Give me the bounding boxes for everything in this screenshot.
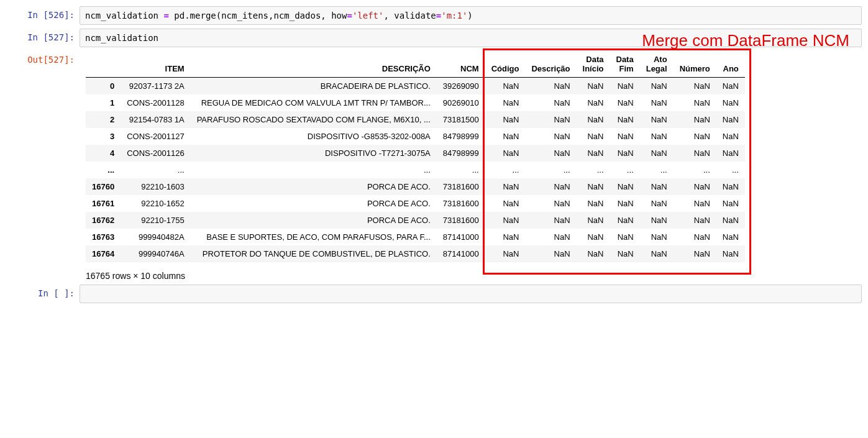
- row-index: 16763: [86, 229, 121, 245]
- cell: NaN: [525, 229, 576, 245]
- cell: NaN: [674, 245, 716, 262]
- cell: NaN: [716, 245, 745, 262]
- input-prompt-empty: In [ ]:: [6, 285, 80, 303]
- cell: NaN: [716, 212, 745, 229]
- code-token: =: [436, 11, 441, 21]
- cell: NaN: [640, 145, 674, 162]
- cell: NaN: [610, 94, 640, 111]
- cell: 92037-1173 2A: [121, 78, 191, 95]
- cell: ...: [674, 162, 716, 178]
- cell: NaN: [485, 128, 526, 145]
- code-token: 'left': [352, 11, 384, 21]
- cell: NaN: [485, 195, 526, 212]
- cell: NaN: [577, 229, 610, 245]
- cell: 92210-1652: [121, 195, 191, 212]
- cell: PROTETOR DO TANQUE DE COMBUSTIVEL, DE PL…: [191, 245, 437, 262]
- cell: NaN: [610, 212, 640, 229]
- col-header: DataFim: [610, 51, 640, 78]
- cell: NaN: [716, 128, 745, 145]
- cell: CONS-2001126: [121, 145, 191, 162]
- cell: NaN: [640, 178, 674, 195]
- cell: NaN: [640, 212, 674, 229]
- cell: 73181500: [437, 111, 485, 128]
- cell: 92210-1755: [121, 212, 191, 229]
- code-input-empty[interactable]: [80, 285, 862, 303]
- cell: NaN: [577, 145, 610, 162]
- cell: REGUA DE MEDICAO COM VALVULA 1MT TRN P/ …: [191, 94, 437, 111]
- cell: NaN: [674, 145, 716, 162]
- cell: NaN: [716, 195, 745, 212]
- cell: PORCA DE ACO.: [191, 212, 437, 229]
- cell: PORCA DE ACO.: [191, 178, 437, 195]
- cell: ...: [191, 162, 437, 178]
- cell: NaN: [610, 245, 640, 262]
- cell: 999940746A: [121, 245, 191, 262]
- cell: NaN: [485, 229, 526, 245]
- cell: NaN: [485, 245, 526, 262]
- col-header: AtoLegal: [640, 51, 674, 78]
- cell: NaN: [485, 212, 526, 229]
- input-prompt-527: In [527]:: [6, 29, 80, 47]
- cell: NaN: [674, 195, 716, 212]
- cell: NaN: [577, 78, 610, 95]
- cell: NaN: [610, 128, 640, 145]
- cell: PARAFUSO ROSCADO SEXTAVADO COM FLANGE, M…: [191, 111, 437, 128]
- cell: NaN: [674, 212, 716, 229]
- cell: NaN: [577, 178, 610, 195]
- cell: NaN: [640, 229, 674, 245]
- cell: NaN: [716, 94, 745, 111]
- col-header: [86, 51, 121, 78]
- cell: NaN: [525, 195, 576, 212]
- cell: NaN: [525, 245, 576, 262]
- cell: NaN: [485, 94, 526, 111]
- cell: NaN: [525, 128, 576, 145]
- cell: NaN: [525, 94, 576, 111]
- cell: NaN: [610, 78, 640, 95]
- cell: ...: [640, 162, 674, 178]
- cell: NaN: [640, 78, 674, 95]
- cell: NaN: [485, 78, 526, 95]
- row-index: 2: [86, 111, 121, 128]
- cell: NaN: [610, 195, 640, 212]
- table-row: 092037-1173 2ABRACADEIRA DE PLASTICO.392…: [86, 78, 745, 95]
- col-header: Código: [485, 51, 526, 78]
- row-index: 16760: [86, 178, 121, 195]
- code-token: ): [467, 11, 472, 21]
- cell: ...: [437, 162, 485, 178]
- col-header: Descrição: [525, 51, 576, 78]
- cell: NaN: [674, 229, 716, 245]
- table-row: 1676192210-1652PORCA DE ACO.73181600NaNN…: [86, 195, 745, 212]
- row-index: 16764: [86, 245, 121, 262]
- cell: BRACADEIRA DE PLASTICO.: [191, 78, 437, 95]
- table-row: 1676292210-1755PORCA DE ACO.73181600NaNN…: [86, 212, 745, 229]
- cell: NaN: [716, 229, 745, 245]
- table-row: 16764999940746APROTETOR DO TANQUE DE COM…: [86, 245, 745, 262]
- code-input-526[interactable]: ncm_validation = pd.merge(ncm_itens,ncm_…: [80, 6, 862, 25]
- table-row: 1CONS-2001128REGUA DE MEDICAO COM VALVUL…: [86, 94, 745, 111]
- code-token: =: [163, 11, 168, 21]
- code-token: , validate: [383, 11, 436, 21]
- code-cell-empty: In [ ]:: [6, 285, 862, 303]
- cell: DISPOSITIVO -T7271-3075A: [191, 145, 437, 162]
- code-token: =: [347, 11, 352, 21]
- row-index: 4: [86, 145, 121, 162]
- cell: NaN: [577, 111, 610, 128]
- cell: NaN: [485, 145, 526, 162]
- cell: NaN: [674, 94, 716, 111]
- cell: NaN: [716, 111, 745, 128]
- code-token: 'm:1': [441, 11, 467, 21]
- row-index: 1: [86, 94, 121, 111]
- cell: 999940482A: [121, 229, 191, 245]
- table-row: .................................: [86, 162, 745, 178]
- cell: CONS-2001127: [121, 128, 191, 145]
- cell: NaN: [674, 178, 716, 195]
- cell: ...: [485, 162, 526, 178]
- code-token: pd.merge(ncm_itens,ncm_dados, how: [169, 11, 347, 21]
- code-cell-526: In [526]: ncm_validation = pd.merge(ncm_…: [6, 6, 862, 25]
- table-row: 4CONS-2001126DISPOSITIVO -T7271-3075A847…: [86, 145, 745, 162]
- col-header: NCM: [437, 51, 485, 78]
- cell: 73181600: [437, 178, 485, 195]
- cell: NaN: [640, 245, 674, 262]
- cell: NaN: [610, 111, 640, 128]
- cell: NaN: [640, 94, 674, 111]
